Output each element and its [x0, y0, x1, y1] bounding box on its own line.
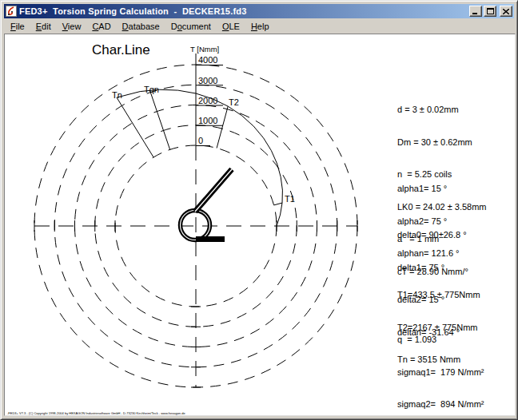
- statusbar-fineprint: -FED3+ V7.3 - (C) Copyright 1998-2004 by…: [7, 411, 185, 415]
- tick-4000: 4000: [198, 55, 217, 65]
- label-Tn: Tn: [112, 90, 122, 100]
- param-line: T1=433.5 ± 775Nmm: [397, 290, 480, 301]
- torque-axis-label: T [Nmm]: [190, 45, 219, 53]
- app-window: FED3+ Torsion Spring Calculation - DECKE…: [0, 0, 518, 420]
- param-line: sigmaq1= 179 N/mm²: [397, 367, 484, 378]
- tick-0: 0: [198, 136, 203, 145]
- tick-2000: 2000: [198, 96, 217, 105]
- param-line: q = 1.093: [397, 335, 484, 346]
- label-T1: T1: [285, 194, 295, 204]
- param-line: Dm = 30 ± 0.62mm: [397, 137, 487, 149]
- param-line: delta0= 90±26.8 °: [397, 230, 467, 241]
- chart-title: Char.Line: [92, 42, 150, 57]
- tick-1000: 1000: [198, 116, 217, 125]
- param-line: d = 3 ± 0.02mm: [397, 105, 487, 116]
- param-line: alpha1= 15 °: [397, 184, 460, 195]
- torque-marker-lines: [117, 90, 282, 205]
- tick-3000: 3000: [198, 76, 217, 85]
- torsion-spring-drawing: [181, 169, 233, 240]
- param-line: sigmaq2= 894 N/mm²: [397, 399, 484, 410]
- label-Tqn: Tqn: [144, 85, 159, 94]
- label-T2: T2: [229, 97, 239, 107]
- stress-values: q = 1.093 sigmaq1= 179 N/mm² sigmaq2= 89…: [397, 313, 484, 420]
